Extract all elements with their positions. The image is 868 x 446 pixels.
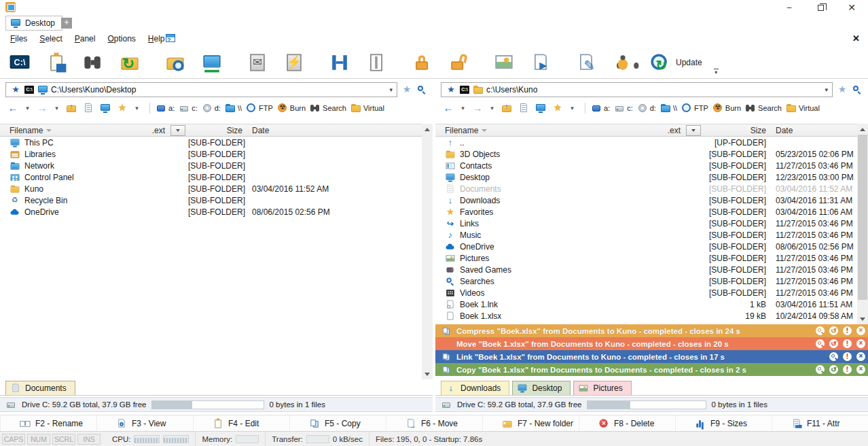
favorites-star-icon[interactable] — [401, 84, 412, 95]
toolbar-button[interactable] — [482, 48, 491, 78]
toolbar-button[interactable]: Update — [647, 48, 710, 78]
drive-toolbar-button[interactable] — [579, 101, 589, 116]
drive-toolbar-button[interactable]: FTP — [679, 101, 710, 116]
scroll-up-icon[interactable] — [422, 124, 433, 135]
file-row[interactable]: Libraries [SUB-FOLDER] — [0, 148, 422, 160]
scroll-down-icon[interactable] — [422, 368, 433, 379]
folder-tab[interactable]: Documents — [5, 381, 75, 395]
zoom-detail-icon[interactable] — [829, 352, 838, 361]
function-key-button[interactable]: F2 - Rename — [0, 415, 96, 431]
right-path-box[interactable]: c:\Users\Kuno ▾ — [441, 82, 833, 97]
column-date[interactable]: Date — [769, 126, 857, 135]
column-ext[interactable]: .ext — [668, 126, 686, 135]
alert-icon[interactable] — [843, 326, 852, 335]
drive-toolbar-button[interactable] — [52, 101, 64, 116]
toolbar-button[interactable] — [318, 48, 327, 78]
toolbar-button[interactable] — [43, 48, 80, 78]
search-icon[interactable] — [852, 84, 863, 95]
left-path-text[interactable]: C:\Users\Kuno\Desktop — [51, 85, 386, 95]
zoom-detail-icon[interactable] — [816, 339, 825, 348]
pin-star-icon[interactable] — [446, 84, 456, 95]
operation-notification[interactable]: Move "Boek 1.xlsx" from Documents to Kun… — [435, 337, 868, 350]
path-dropdown-icon[interactable]: ▾ — [389, 86, 393, 93]
drive-toolbar-button[interactable] — [516, 101, 533, 116]
drive-toolbar-button[interactable]: \\ — [658, 101, 679, 116]
function-key-button[interactable]: F4 - Edit — [193, 415, 289, 431]
drive-toolbar-button[interactable] — [441, 101, 458, 116]
file-row[interactable]: Control Panel [SUB-FOLDER] — [0, 171, 422, 183]
close-button[interactable]: ✕ — [837, 0, 867, 15]
drive-toolbar-button[interactable]: Virtual — [784, 101, 822, 116]
help-support-icon[interactable] — [165, 33, 176, 44]
drive-toolbar-button[interactable]: Burn — [710, 101, 743, 116]
tab-desktop[interactable]: Desktop — [5, 16, 62, 31]
menu-item[interactable]: Panel — [69, 33, 102, 45]
drive-toolbar-button[interactable]: Burn — [275, 101, 308, 116]
toolbar-button[interactable] — [153, 48, 162, 78]
file-row[interactable]: Downloads [SUB-FOLDER] 03/04/2016 11:31 … — [435, 194, 857, 206]
undo-icon[interactable] — [829, 339, 838, 348]
operation-notification[interactable]: Copy "Boek 1.xlsx" from Documents to Doc… — [435, 363, 868, 376]
menu-item[interactable]: Options — [101, 33, 141, 45]
toolbar-button[interactable] — [80, 48, 117, 78]
path-dropdown-icon[interactable]: ▾ — [825, 86, 828, 93]
drive-toolbar-button[interactable]: Search — [743, 101, 784, 116]
zoom-detail-icon[interactable] — [816, 365, 825, 374]
scroll-down-icon[interactable] — [857, 313, 868, 324]
toolbar-button[interactable] — [7, 48, 43, 78]
drive-toolbar-button[interactable]: c: — [177, 101, 200, 116]
drive-toolbar-button[interactable] — [567, 101, 579, 116]
column-filename[interactable]: Filename — [445, 126, 478, 135]
toolbar-button[interactable] — [528, 48, 564, 78]
file-row[interactable]: .. [UP-FOLDER] — [435, 137, 857, 148]
file-row[interactable]: Music [SUB-FOLDER] 11/27/2015 03:46 PM — [435, 229, 857, 241]
drive-toolbar-button[interactable]: Search — [308, 101, 348, 116]
alert-icon[interactable] — [843, 339, 852, 348]
file-row[interactable]: Network [SUB-FOLDER] — [0, 160, 422, 171]
operation-notification[interactable]: Link "Boek 1.xlsx" from Documents to Kun… — [435, 350, 868, 363]
file-row[interactable]: Searches [SUB-FOLDER] 11/27/2015 03:46 P… — [435, 275, 857, 287]
file-row[interactable]: Videos [SUB-FOLDER] 11/27/2015 03:46 PM — [435, 287, 857, 298]
drive-toolbar-button[interactable] — [64, 101, 81, 116]
drive-toolbar-button[interactable] — [144, 101, 153, 116]
toolbar-button[interactable] — [162, 48, 199, 78]
column-filename[interactable]: Filename — [10, 126, 43, 135]
file-row[interactable]: OneDrive [SUB-FOLDER] 08/06/2015 02:56 P… — [0, 206, 422, 218]
drive-toolbar-button[interactable]: d: — [635, 101, 658, 116]
drive-toolbar-button[interactable]: c: — [612, 101, 635, 116]
toolbar-button[interactable] — [236, 48, 245, 78]
file-row[interactable]: This PC [SUB-FOLDER] — [0, 137, 422, 148]
toolbar-button[interactable] — [610, 48, 647, 78]
folder-tab[interactable]: Desktop — [512, 381, 571, 395]
operation-notification[interactable]: Compress "Boek.xlsx" from Documents to K… — [435, 324, 868, 337]
column-ext[interactable]: .ext — [152, 126, 170, 135]
drive-toolbar-button[interactable] — [470, 101, 487, 116]
folder-tab[interactable]: Pictures — [573, 381, 631, 395]
toolbar-button[interactable] — [245, 48, 281, 78]
toolbar-button[interactable] — [573, 48, 610, 78]
drive-toolbar-button[interactable] — [5, 101, 22, 116]
column-date[interactable]: Date — [245, 126, 422, 135]
dismiss-icon[interactable] — [856, 326, 865, 335]
drive-toolbar-button[interactable] — [499, 101, 516, 116]
function-key-button[interactable]: F6 - Move — [386, 415, 482, 431]
file-row[interactable]: Boek 1.xlsx 19 kB 10/24/2014 09:58 AM — [435, 310, 857, 322]
file-row[interactable]: Links [SUB-FOLDER] 11/27/2015 03:46 PM — [435, 218, 857, 229]
favorites-star-icon[interactable] — [837, 84, 848, 95]
left-scrollbar[interactable] — [422, 124, 433, 379]
drive-toolbar-button[interactable] — [98, 101, 115, 116]
column-size[interactable]: Size — [704, 126, 769, 135]
file-row[interactable]: Desktop [SUB-FOLDER] 12/23/2015 03:00 PM — [435, 171, 857, 183]
toolbar-overflow-chevron-icon[interactable]: ▾ — [714, 69, 719, 75]
toolbar-button[interactable] — [564, 48, 573, 78]
menu-item[interactable]: Select — [33, 33, 68, 45]
file-row[interactable]: Contacts [SUB-FOLDER] 11/27/2015 03:46 P… — [435, 160, 857, 171]
drive-toolbar-button[interactable]: FTP — [244, 101, 275, 116]
toolbar-button[interactable] — [117, 48, 153, 78]
toolbar-button[interactable] — [199, 48, 236, 78]
toolbar-button[interactable] — [363, 48, 400, 78]
file-row[interactable]: Boek 1.lnk 1 kB 03/04/2016 11:51 AM — [435, 298, 857, 310]
scroll-up-icon[interactable] — [857, 124, 868, 135]
undo-icon[interactable] — [829, 326, 838, 335]
drive-toolbar-button[interactable] — [487, 101, 499, 116]
